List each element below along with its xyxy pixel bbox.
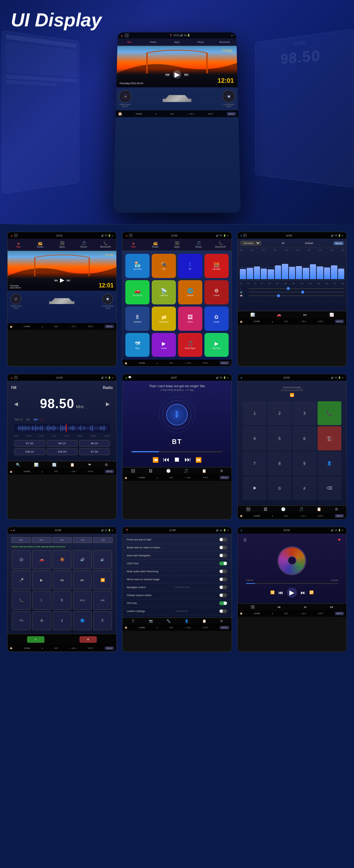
card3-back[interactable]: BACK: [335, 320, 344, 323]
app-bt[interactable]: ᛒBT: [178, 254, 202, 278]
card4-back[interactable]: BACK: [105, 470, 114, 473]
steer-am[interactable]: AM: [93, 591, 112, 610]
key-3[interactable]: 3: [293, 401, 316, 425]
app-maps[interactable]: 🗺Maps: [125, 333, 150, 357]
steer-phone[interactable]: 📞: [12, 591, 31, 610]
key-back[interactable]: ⌫: [318, 476, 341, 500]
music-shuffle[interactable]: 🔀: [270, 590, 275, 594]
toggle-mute-switch[interactable]: [219, 569, 227, 573]
toggle-lantern-switch[interactable]: [219, 609, 227, 613]
key-4[interactable]: 4: [243, 426, 267, 450]
key-6[interactable]: 6: [293, 426, 316, 450]
device-nav-radio[interactable]: Radio: [141, 40, 165, 44]
steer-vol-down[interactable]: 🔉: [93, 550, 112, 569]
key-5[interactable]: 5: [268, 426, 292, 450]
eq-setup-btn[interactable]: Set up: [334, 241, 344, 245]
steer-aux[interactable]: AUX: [73, 591, 92, 610]
app-musicplayer[interactable]: 🎵Music Player: [178, 333, 202, 357]
key-contact[interactable]: 👤: [318, 452, 341, 475]
steer-next[interactable]: ⏭: [73, 570, 92, 589]
card5-back[interactable]: BACK: [220, 476, 229, 479]
key-1[interactable]: 1: [243, 401, 267, 425]
music-next[interactable]: ⏭: [301, 590, 306, 595]
eq-mode-select[interactable]: Standard: [241, 241, 261, 245]
key-end[interactable]: 📵: [318, 426, 341, 450]
toggle-press-key-switch[interactable]: [219, 538, 227, 542]
card8-back[interactable]: BACK: [220, 626, 229, 629]
radio-next[interactable]: ▶: [106, 401, 110, 407]
toggle-vol-switch[interactable]: [219, 593, 227, 597]
steer-info[interactable]: ℹ: [53, 611, 72, 630]
toggle-brake-switch[interactable]: [219, 546, 227, 550]
steer-car[interactable]: 🚗: [32, 550, 51, 569]
key-0[interactable]: 0: [268, 476, 292, 500]
app-moziey[interactable]: ▶moziey: [152, 333, 176, 357]
steer-k2[interactable]: K: [93, 611, 112, 630]
key-8[interactable]: 8: [268, 452, 292, 475]
app-playstore[interactable]: ▶Play Store: [204, 333, 229, 357]
steer-power[interactable]: ⏻: [12, 550, 31, 569]
key-9[interactable]: 9: [293, 452, 316, 475]
preset-1[interactable]: 87.50: [14, 440, 45, 447]
steer-mic[interactable]: 🎤: [12, 570, 31, 589]
key-hash[interactable]: #: [293, 476, 316, 500]
preset-6[interactable]: 87.50: [79, 448, 110, 455]
app-gallery[interactable]: 🖼Gallery: [178, 307, 202, 331]
bt-stop[interactable]: ⏹: [174, 456, 180, 463]
device-nav-nav[interactable]: Nav: [117, 40, 141, 44]
steer-fm[interactable]: FM: [12, 611, 31, 630]
bt-rewind[interactable]: ⏪: [152, 457, 159, 463]
app-carlink[interactable]: 🚗Car Link 2.0: [125, 280, 150, 304]
device-back-button[interactable]: BACK: [226, 112, 236, 116]
steer-confirm-btn[interactable]: ✓: [27, 636, 44, 643]
card1-back[interactable]: BACK: [105, 325, 114, 328]
card7-back[interactable]: BACK: [105, 646, 114, 650]
app-calculator[interactable]: 🧮Calculator: [204, 254, 229, 278]
preset-3[interactable]: 98.10: [79, 440, 110, 447]
steer-k1[interactable]: K: [53, 591, 72, 610]
toggle-mirror-switch[interactable]: [219, 577, 227, 581]
steer-vol-up[interactable]: 🔊: [73, 550, 92, 569]
app-equalizer[interactable]: 🎚Equalizer: [125, 307, 150, 331]
steer-rewind[interactable]: ⏪: [93, 570, 112, 589]
radio-prev[interactable]: ◀: [14, 401, 18, 407]
key-7[interactable]: 7: [243, 452, 267, 475]
card6-back[interactable]: BACK: [335, 514, 344, 518]
device-nav-bt[interactable]: Bluetooth: [213, 40, 237, 44]
card2-back[interactable]: BACK: [220, 361, 229, 365]
steer-play[interactable]: ▶: [32, 570, 51, 589]
steer-gear[interactable]: ⚙: [32, 611, 51, 630]
key-2[interactable]: 2: [268, 401, 292, 425]
bt-forward[interactable]: ⏩: [195, 457, 202, 463]
bt-next[interactable]: ⏭: [185, 456, 191, 463]
toggle-backlight-switch[interactable]: [219, 585, 227, 589]
app-control[interactable]: ⚙Control: [204, 280, 229, 304]
color-val-1[interactable]: 255: [11, 537, 31, 543]
steer-prev[interactable]: ⏮: [53, 570, 72, 589]
key-call[interactable]: 📞: [318, 401, 341, 425]
color-val-3[interactable]: 255: [52, 537, 72, 543]
preset-2[interactable]: 90.10: [47, 440, 78, 447]
steer-bt[interactable]: ᛒ: [32, 591, 51, 610]
toggle-autonav-switch[interactable]: [219, 553, 227, 557]
bt-prev[interactable]: ⏮: [163, 456, 169, 463]
steer-mute[interactable]: 🔕: [53, 550, 72, 569]
app-appstore[interactable]: 🏪App Store: [125, 254, 150, 278]
preset-5[interactable]: 108.00: [47, 448, 78, 455]
app-aux[interactable]: 🔌AUX: [152, 254, 176, 278]
app-filemanager[interactable]: 📁FileManager: [152, 307, 176, 331]
color-val-2[interactable]: 255: [32, 537, 51, 543]
preset-4[interactable]: 106.10: [14, 448, 45, 455]
music-prev[interactable]: ⏮: [278, 590, 283, 595]
app-chrome[interactable]: 🌐Chrome: [178, 280, 202, 304]
app-carbitlink[interactable]: 📡CarbitLink: [152, 280, 176, 304]
color-val-5[interactable]: 255: [93, 537, 113, 543]
toggle-osd-switch[interactable]: [219, 561, 227, 565]
app-google[interactable]: GGoogle: [204, 307, 229, 331]
music-play[interactable]: ▶: [287, 587, 297, 598]
device-nav-music[interactable]: Music: [189, 40, 213, 44]
card9-back[interactable]: BACK: [335, 612, 344, 615]
steer-cancel-btn[interactable]: ✕: [79, 636, 97, 643]
color-val-4[interactable]: 255: [73, 537, 92, 543]
toggle-gps-switch[interactable]: [219, 601, 227, 605]
